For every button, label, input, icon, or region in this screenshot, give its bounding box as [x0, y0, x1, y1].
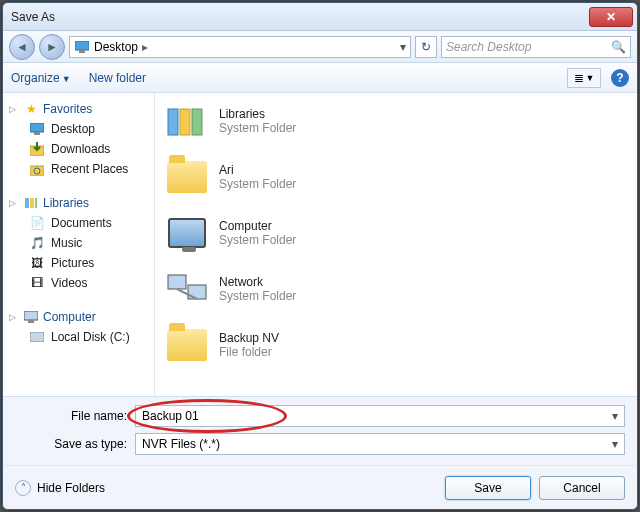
- address-bar[interactable]: Desktop ▸ ▾: [69, 36, 411, 58]
- star-icon: ★: [23, 101, 39, 117]
- svg-rect-13: [168, 109, 178, 135]
- navbar: ◄ ► Desktop ▸ ▾ ↻ Search Desktop 🔍: [3, 31, 637, 63]
- music-icon: 🎵: [29, 235, 45, 251]
- svg-rect-16: [168, 275, 186, 289]
- svg-rect-14: [180, 109, 190, 135]
- folder-icon: [165, 323, 209, 367]
- address-dropdown-icon[interactable]: ▾: [400, 40, 406, 54]
- sidebar-header-libraries[interactable]: ▷ Libraries: [9, 193, 154, 213]
- save-as-dialog: Save As ✕ ◄ ► Desktop ▸ ▾ ↻ Search Deskt…: [2, 2, 638, 510]
- expand-icon: ▷: [9, 104, 19, 114]
- chevron-down-icon[interactable]: ▾: [612, 437, 618, 451]
- back-button[interactable]: ◄: [9, 34, 35, 60]
- sidebar-group-favorites: ▷ ★ Favorites Desktop Downloads Recent P…: [9, 99, 154, 179]
- close-icon: ✕: [606, 10, 616, 24]
- videos-icon: 🎞: [29, 275, 45, 291]
- svg-rect-7: [25, 198, 29, 208]
- list-item[interactable]: ComputerSystem Folder: [155, 205, 637, 261]
- chevron-down-icon: ▼: [62, 74, 71, 84]
- form: File name: Backup 01 ▾ Save as type: NVR…: [3, 397, 637, 465]
- sidebar-item-pictures[interactable]: 🖼Pictures: [9, 253, 154, 273]
- sidebar-item-videos[interactable]: 🎞Videos: [9, 273, 154, 293]
- sidebar: ▷ ★ Favorites Desktop Downloads Recent P…: [3, 93, 155, 396]
- sidebar-item-documents[interactable]: 📄Documents: [9, 213, 154, 233]
- view-icon: ≣: [574, 71, 584, 85]
- chevron-down-icon[interactable]: ▾: [612, 409, 618, 423]
- address-location: Desktop: [94, 40, 138, 54]
- disk-icon: [29, 329, 45, 345]
- svg-rect-1: [79, 50, 85, 53]
- save-type-label: Save as type:: [15, 437, 135, 451]
- desktop-icon: [74, 39, 90, 55]
- network-icon: [165, 267, 209, 311]
- list-item[interactable]: AriSystem Folder: [155, 149, 637, 205]
- window-title: Save As: [7, 10, 589, 24]
- svg-rect-0: [75, 41, 89, 50]
- filename-label: File name:: [15, 409, 135, 423]
- body: ▷ ★ Favorites Desktop Downloads Recent P…: [3, 93, 637, 397]
- computer-icon: [165, 211, 209, 255]
- breadcrumb-chevron-icon: ▸: [142, 40, 148, 54]
- chevron-down-icon: ▼: [586, 73, 595, 83]
- new-folder-button[interactable]: New folder: [89, 71, 146, 85]
- expand-icon: ▷: [9, 312, 19, 322]
- sidebar-group-computer: ▷ Computer Local Disk (C:): [9, 307, 154, 347]
- sidebar-item-recent[interactable]: Recent Places: [9, 159, 154, 179]
- footer: ˄ Hide Folders Save Cancel: [3, 465, 637, 509]
- svg-rect-2: [30, 123, 44, 132]
- svg-rect-12: [30, 332, 44, 342]
- file-list[interactable]: LibrariesSystem Folder AriSystem Folder …: [155, 93, 637, 396]
- save-button[interactable]: Save: [445, 476, 531, 500]
- sidebar-item-music[interactable]: 🎵Music: [9, 233, 154, 253]
- forward-button[interactable]: ►: [39, 34, 65, 60]
- cancel-button[interactable]: Cancel: [539, 476, 625, 500]
- view-options-button[interactable]: ≣▼: [567, 68, 601, 88]
- svg-rect-9: [35, 198, 37, 208]
- computer-icon: [23, 309, 39, 325]
- help-icon: ?: [616, 71, 623, 85]
- arrow-right-icon: ►: [46, 40, 58, 54]
- filename-input[interactable]: Backup 01 ▾: [135, 405, 625, 427]
- svg-rect-8: [30, 198, 34, 208]
- desktop-icon: [29, 121, 45, 137]
- arrow-left-icon: ◄: [16, 40, 28, 54]
- downloads-icon: [29, 141, 45, 157]
- svg-rect-3: [34, 132, 40, 135]
- search-placeholder: Search Desktop: [446, 40, 531, 54]
- organize-menu[interactable]: Organize▼: [11, 71, 71, 85]
- search-icon: 🔍: [611, 40, 626, 54]
- svg-rect-15: [192, 109, 202, 135]
- documents-icon: 📄: [29, 215, 45, 231]
- svg-rect-11: [28, 320, 34, 323]
- list-item[interactable]: LibrariesSystem Folder: [155, 93, 637, 149]
- titlebar: Save As ✕: [3, 3, 637, 31]
- sidebar-item-desktop[interactable]: Desktop: [9, 119, 154, 139]
- toolbar: Organize▼ New folder ≣▼ ?: [3, 63, 637, 93]
- collapse-icon: ˄: [15, 480, 31, 496]
- svg-rect-10: [24, 311, 38, 320]
- libraries-icon: [23, 195, 39, 211]
- sidebar-item-downloads[interactable]: Downloads: [9, 139, 154, 159]
- save-type-select[interactable]: NVR Files (*.*) ▾: [135, 433, 625, 455]
- list-item[interactable]: NetworkSystem Folder: [155, 261, 637, 317]
- hide-folders-button[interactable]: ˄ Hide Folders: [15, 480, 105, 496]
- libraries-icon: [165, 99, 209, 143]
- search-input[interactable]: Search Desktop 🔍: [441, 36, 631, 58]
- user-folder-icon: [165, 155, 209, 199]
- refresh-icon: ↻: [421, 40, 431, 54]
- sidebar-item-local-disk[interactable]: Local Disk (C:): [9, 327, 154, 347]
- pictures-icon: 🖼: [29, 255, 45, 271]
- expand-icon: ▷: [9, 198, 19, 208]
- recent-icon: [29, 161, 45, 177]
- sidebar-header-favorites[interactable]: ▷ ★ Favorites: [9, 99, 154, 119]
- list-item[interactable]: Backup NVFile folder: [155, 317, 637, 373]
- close-button[interactable]: ✕: [589, 7, 633, 27]
- sidebar-header-computer[interactable]: ▷ Computer: [9, 307, 154, 327]
- refresh-button[interactable]: ↻: [415, 36, 437, 58]
- sidebar-group-libraries: ▷ Libraries 📄Documents 🎵Music 🖼Pictures …: [9, 193, 154, 293]
- help-button[interactable]: ?: [611, 69, 629, 87]
